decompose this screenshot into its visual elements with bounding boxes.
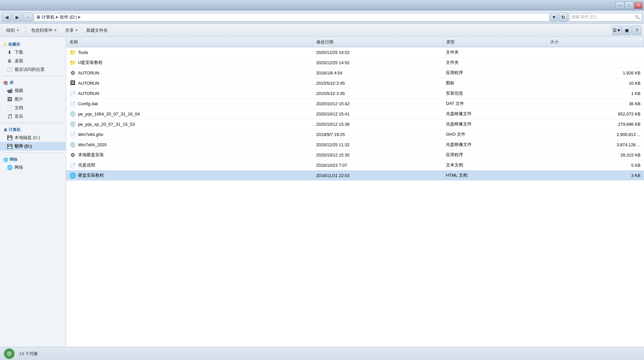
file-name: 光盘说明 — [78, 162, 95, 168]
minimize-button[interactable]: — — [616, 2, 624, 9]
sidebar-item-recent-label: 最近访问的位置 — [15, 67, 45, 72]
file-date: 2020/12/25 14:52 — [313, 58, 443, 68]
file-date: 2019/9/7 19:25 — [313, 129, 443, 140]
sidebar-section-favorites: ★ 收藏夹 — [0, 40, 66, 48]
breadcrumb-icon: 🖥 — [36, 15, 40, 20]
file-name: AUTORUN — [78, 81, 99, 86]
file-type: 光盘映像文件 — [443, 109, 546, 119]
refresh-button[interactable]: ↻ — [559, 13, 568, 22]
up-button[interactable]: ↑ — [23, 13, 32, 22]
sidebar-item-downloads[interactable]: ⬇ 下载 — [0, 48, 66, 57]
file-pane[interactable]: 名称 修改日期 类型 大小 📁 Tools 2020/12/25 14:52 文… — [66, 37, 644, 347]
search-bar[interactable]: 搜索 软件 (D:) 🔍 — [569, 13, 642, 22]
file-table-body: 📁 Tools 2020/12/25 14:52 文件夹 📁 U盘安装教程 20… — [66, 47, 644, 181]
col-type-header[interactable]: 类型 — [443, 37, 546, 47]
share-arrow-icon: ▼ — [75, 28, 78, 32]
table-row[interactable]: 🌐 硬盘安装教程 2016/11/21 22:03 HTML 文档 3 KB — [66, 170, 644, 181]
organize-label: 组织 — [6, 27, 15, 33]
file-type: 文本文档 — [443, 160, 546, 170]
statusbar: ⚙ 13 个对象 — [0, 347, 644, 360]
sidebar-item-desktop[interactable]: 🖥 桌面 — [0, 57, 66, 65]
table-row[interactable]: 📄 Config.dat 2020/10/12 15:42 DAT 文件 36 … — [66, 99, 644, 109]
docs-icon: 📄 — [7, 105, 13, 111]
sidebar-section-network: 🌐 网络 — [0, 155, 66, 163]
col-name-header[interactable]: 名称 — [66, 37, 313, 47]
maximize-button[interactable]: □ — [625, 2, 633, 9]
file-name: Config.dat — [78, 101, 98, 106]
table-row[interactable]: 📁 Tools 2020/12/25 14:52 文件夹 — [66, 47, 644, 58]
file-icon: ⚙ — [69, 152, 76, 158]
sidebar-item-video[interactable]: 📹 视频 — [0, 86, 66, 95]
table-row[interactable]: ⚙ AUTORUN 2016/1/8 4:54 应用程序 1,926 KB — [66, 68, 644, 78]
share-button[interactable]: 共享 ▼ — [62, 25, 82, 35]
file-size: 5 KB — [546, 160, 644, 170]
sidebar-item-network-label: 网络 — [15, 164, 23, 170]
include-library-button[interactable]: 包含到库中 ▼ — [27, 25, 61, 35]
table-row[interactable]: 📄 AUTORUN 2015/5/10 2:45 安装信息 1 KB — [66, 88, 644, 99]
file-date: 2016/10/23 7:07 — [313, 160, 443, 170]
breadcrumb-drive[interactable]: 软件 (D:) — [60, 14, 77, 20]
file-type: DAT 文件 — [443, 99, 546, 109]
file-size: 10 KB — [546, 78, 644, 88]
table-row[interactable]: 📁 U盘安装教程 2020/12/25 14:52 文件夹 — [66, 58, 644, 68]
sidebar-section-computer: 🖥 计算机 — [0, 125, 66, 133]
file-name: pe_yqs_1064_20_07_31_16_04 — [78, 112, 140, 116]
sidebar-item-pictures[interactable]: 🖼 图片 — [0, 95, 66, 104]
preview-pane-button[interactable]: ▣ — [622, 26, 631, 35]
newfolder-label: 新建文件夹 — [86, 27, 108, 33]
table-row[interactable]: 🖼 AUTORUN 2015/5/10 2:45 图标 10 KB — [66, 78, 644, 88]
titlebar: — □ ✕ — [0, 0, 644, 11]
table-row[interactable]: 💿 pe_yqs_1064_20_07_31_16_04 2020/10/12 … — [66, 109, 644, 119]
file-icon: 📁 — [69, 49, 76, 56]
d-drive-icon: 💾 — [7, 143, 13, 149]
favorites-star-icon: ★ — [3, 42, 7, 47]
sidebar-item-music-label: 音乐 — [15, 113, 23, 119]
file-date: 2015/5/10 2:45 — [313, 88, 443, 99]
computer-label: 计算机 — [9, 127, 21, 133]
col-size-header[interactable]: 大小 — [546, 37, 644, 47]
file-size: 36 KB — [546, 99, 644, 109]
sidebar-item-c-drive-label: 本地磁盘 (C:) — [15, 135, 40, 141]
file-name: Win7x64_2020 — [78, 142, 107, 147]
file-name: U盘安装教程 — [78, 60, 103, 66]
network-item-icon: 🌐 — [7, 164, 13, 170]
sidebar-item-recent[interactable]: 🕐 最近访问的位置 — [0, 65, 66, 74]
file-date: 2016/1/8 4:54 — [313, 68, 443, 78]
sidebar-item-music[interactable]: 🎵 音乐 — [0, 112, 66, 121]
table-row[interactable]: 💿 Win7x64_2020 2020/12/25 11:32 光盘映像文件 3… — [66, 140, 644, 150]
sidebar-item-docs[interactable]: 📄 文档 — [0, 104, 66, 112]
include-label: 包含到库中 — [31, 27, 53, 33]
search-placeholder: 搜索 软件 (D:) — [572, 14, 596, 20]
newfolder-button[interactable]: 新建文件夹 — [83, 25, 111, 35]
file-icon: 📄 — [69, 100, 76, 107]
file-size: 1 KB — [546, 88, 644, 99]
sidebar-item-d-drive[interactable]: 💾 软件 (D:) — [0, 142, 66, 151]
file-icon: ⚙ — [69, 69, 76, 76]
table-row[interactable]: ⚙ 本地硬盘安装 2020/10/12 15:30 应用程序 28,315 KB — [66, 150, 644, 160]
table-row[interactable]: 💿 pe_yqs_xp_20_07_31_15_53 2020/10/12 15… — [66, 119, 644, 129]
breadcrumb-computer[interactable]: 计算机 — [42, 14, 55, 20]
table-row[interactable]: 📄 Win7x64.gho 2019/9/7 19:25 GHO 文件 2,90… — [66, 129, 644, 140]
file-size — [546, 47, 644, 58]
computer-section-icon: 🖥 — [3, 128, 7, 132]
close-button[interactable]: ✕ — [634, 2, 643, 9]
view-toggle-button[interactable]: ☰▼ — [612, 26, 622, 35]
col-date-header[interactable]: 修改日期 — [313, 37, 443, 47]
breadcrumb[interactable]: 🖥 计算机 ▶ 软件 (D:) ▶ — [34, 13, 549, 22]
organize-button[interactable]: 组织 ▼ — [3, 25, 23, 35]
table-row[interactable]: 📄 光盘说明 2016/10/23 7:07 文本文档 5 KB — [66, 160, 644, 170]
file-size: 652,072 KB — [546, 109, 644, 119]
network-section-icon: 🌐 — [3, 158, 8, 162]
toolbar: 组织 ▼ 包含到库中 ▼ 共享 ▼ 新建文件夹 ☰▼ ▣ ? — [0, 24, 644, 37]
sidebar-item-network[interactable]: 🌐 网络 — [0, 163, 66, 172]
file-type: 文件夹 — [443, 47, 546, 58]
file-date: 2020/12/25 14:52 — [313, 47, 443, 58]
help-button[interactable]: ? — [632, 26, 641, 35]
file-date: 2020/12/25 11:32 — [313, 140, 443, 150]
dropdown-button[interactable]: ▼ — [551, 13, 557, 22]
file-size — [546, 58, 644, 68]
sidebar-item-c-drive[interactable]: 💾 本地磁盘 (C:) — [0, 133, 66, 142]
file-icon: 🖼 — [69, 80, 76, 86]
back-button[interactable]: ◀ — [2, 13, 11, 22]
forward-button[interactable]: ▶ — [13, 13, 22, 22]
